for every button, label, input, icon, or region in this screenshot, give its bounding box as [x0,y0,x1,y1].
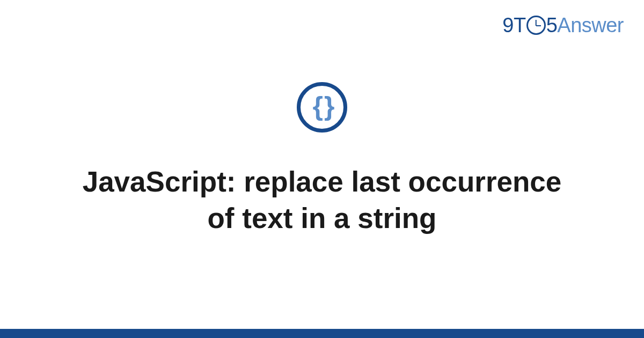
main-content: { } JavaScript: replace last occurrence … [0,0,644,338]
topic-badge: { } [297,82,347,133]
page-title: JavaScript: replace last occurrence of t… [80,164,564,237]
footer-accent-bar [0,329,644,338]
braces-icon: { } [313,93,332,120]
